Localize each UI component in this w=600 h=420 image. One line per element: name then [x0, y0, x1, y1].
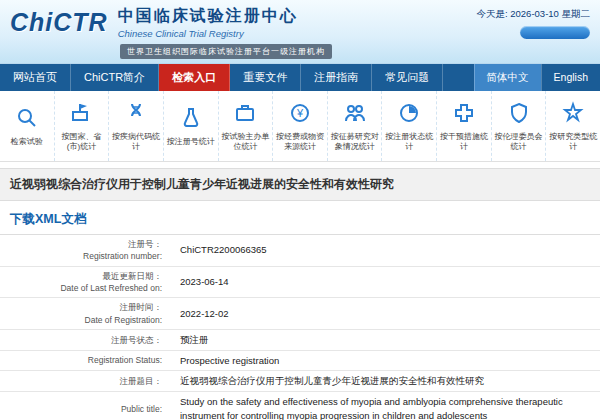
svg-text:¥: ¥	[296, 107, 304, 119]
toolbar-item-disease-code[interactable]: 按疾病代码统计	[109, 91, 164, 161]
toolbar-item-label: 按试验主办单位统计	[220, 132, 272, 151]
registration-number-icon	[179, 106, 203, 134]
toolbar-item-label: 按经费或物资来源统计	[274, 132, 326, 151]
nav-item-1[interactable]: ChiCTR简介	[71, 64, 159, 91]
toolbar-item-study-type[interactable]: 按研究类型统计	[546, 91, 600, 161]
nav-menu: 网站首页ChiCTR简介检索入口重要文件注册指南常见问题	[0, 64, 443, 91]
table-row: 注册题目：近视弱视综合治疗仪用于控制儿童青少年近视进展的安全性和有效性研究	[0, 371, 600, 392]
page-title: 近视弱视综合治疗仪用于控制儿童青少年近视进展的安全性和有效性研究	[0, 168, 600, 201]
table-row: 最近更新日期：Date of Last Refreshed on:2023-06…	[0, 267, 600, 299]
row-label: 最近更新日期：Date of Last Refreshed on:	[0, 267, 172, 298]
download-xml-link[interactable]: 下载XML文档	[10, 212, 86, 226]
lang-item-0[interactable]: 简体中文	[474, 64, 541, 91]
date-pill-badge	[520, 26, 590, 39]
row-value: Prospective registration	[172, 351, 600, 371]
lang-switch: 简体中文English	[474, 64, 600, 91]
toolbar-item-registration-number[interactable]: 按注册号统计	[164, 91, 219, 161]
row-value: 预注册	[172, 330, 600, 350]
chictr-logo: ChiCTR	[10, 8, 108, 37]
toolbar-item-sponsor[interactable]: 按试验主办单位统计	[219, 91, 274, 161]
row-label: 注册号：Registration number:	[0, 235, 172, 266]
table-row: 注册号状态：预注册	[0, 330, 600, 351]
toolbar-item-country-province[interactable]: 按国家、省(市)统计	[55, 91, 110, 161]
nav-item-2[interactable]: 检索入口	[159, 64, 230, 91]
row-value: 2023-06-14	[172, 267, 600, 298]
toolbar-item-label: 按疾病代码统计	[110, 132, 162, 151]
toolbar-item-label: 按研究类型统计	[547, 132, 599, 151]
table-row: Registration Status:Prospective registra…	[0, 351, 600, 372]
nav-item-3[interactable]: 重要文件	[230, 64, 301, 91]
country-province-icon	[69, 101, 93, 129]
registration-status-icon	[397, 101, 421, 129]
toolbar-item-label: 按征募研究对象情况统计	[329, 132, 381, 151]
row-value: 近视弱视综合治疗仪用于控制儿童青少年近视进展的安全性和有效性研究	[172, 371, 600, 391]
table-row: 注册时间：Date of Registration:2022-12-02	[0, 298, 600, 330]
row-label: 注册时间：Date of Registration:	[0, 298, 172, 329]
row-label: Registration Status:	[0, 351, 172, 371]
toolbar-item-label: 按干预措施统计	[438, 132, 490, 151]
site-title-cn: 中国临床试验注册中心	[118, 6, 298, 27]
intervention-icon	[452, 101, 476, 129]
detail-table: 注册号：Registration number:ChiCTR2200066365…	[0, 234, 600, 420]
row-value: ChiCTR2200066365	[172, 235, 600, 266]
sponsor-icon	[233, 101, 257, 129]
toolbar-item-ethics-committee[interactable]: 按伦理委员会统计	[492, 91, 547, 161]
table-row: 注册号：Registration number:ChiCTR2200066365	[0, 235, 600, 267]
toolbar-item-intervention[interactable]: 按干预措施统计	[437, 91, 492, 161]
table-row: Public title:Study on the safety and eff…	[0, 392, 600, 420]
toolbar-item-label: 按国家、省(市)统计	[56, 132, 108, 151]
nav-spacer	[443, 64, 473, 91]
who-platform-badge: 世界卫生组织国际临床试验注册平台一级注册机构	[120, 44, 332, 59]
funding-source-icon: ¥	[288, 101, 312, 129]
toolbar-item-funding-source[interactable]: ¥按经费或物资来源统计	[273, 91, 328, 161]
search-icon	[15, 106, 39, 134]
ethics-committee-icon	[507, 101, 531, 129]
disease-code-icon	[124, 101, 148, 129]
row-value: 2022-12-02	[172, 298, 600, 329]
download-section: 下载XML文档	[0, 201, 600, 234]
toolbar-item-recruitment[interactable]: 按征募研究对象情况统计	[328, 91, 383, 161]
recruitment-icon	[343, 101, 367, 129]
study-type-icon	[561, 101, 585, 129]
today-date-text: 今天是: 2026-03-10 星期二	[476, 8, 590, 21]
row-label: 注册号状态：	[0, 330, 172, 350]
toolbar-item-search[interactable]: 检索试验	[0, 91, 55, 161]
toolbar-item-label: 按注册状态统计	[383, 132, 435, 151]
toolbar-item-label: 按注册号统计	[167, 137, 215, 147]
toolbar-item-registration-status[interactable]: 按注册状态统计	[382, 91, 437, 161]
row-label: 注册题目：	[0, 371, 172, 391]
site-title-en: Chinese Clinical Trial Registry	[118, 28, 298, 39]
nav-item-5[interactable]: 常见问题	[372, 64, 443, 91]
site-header: ChiCTR 中国临床试验注册中心 Chinese Clinical Trial…	[0, 0, 600, 64]
main-nav: 网站首页ChiCTR简介检索入口重要文件注册指南常见问题 简体中文English	[0, 64, 600, 91]
lang-item-1[interactable]: English	[541, 64, 600, 91]
row-value: Study on the safety and effectiveness of…	[172, 392, 600, 420]
stats-toolbar: 检索试验按国家、省(市)统计按疾病代码统计按注册号统计按试验主办单位统计¥按经费…	[0, 91, 600, 162]
toolbar-item-label: 检索试验	[11, 137, 43, 147]
row-label: Public title:	[0, 392, 172, 420]
nav-item-4[interactable]: 注册指南	[301, 64, 372, 91]
toolbar-item-label: 按伦理委员会统计	[493, 132, 545, 151]
nav-item-0[interactable]: 网站首页	[0, 64, 71, 91]
